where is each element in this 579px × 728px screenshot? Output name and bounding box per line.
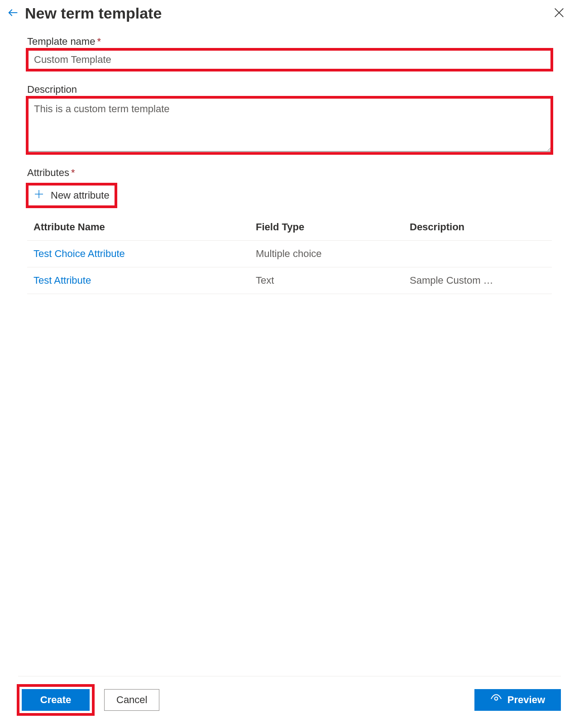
required-asterisk: * [97,36,101,47]
eye-icon [490,693,502,707]
attribute-name-link[interactable]: Test Attribute [33,275,256,286]
preview-button[interactable]: Preview [474,689,561,711]
attribute-description: Sample Custom … [410,275,546,286]
attributes-label: Attributes* [27,167,552,179]
create-button[interactable]: Create [22,689,90,711]
table-header: Attribute Name Field Type Description [27,214,552,241]
table-row: Test Attribute Text Sample Custom … [27,267,552,294]
template-name-input[interactable] [27,49,552,70]
new-attribute-button[interactable]: New attribute [27,184,116,207]
col-field-type: Field Type [256,221,410,233]
required-asterisk: * [71,167,75,178]
attribute-name-link[interactable]: Test Choice Attribute [33,248,256,260]
back-arrow-icon[interactable] [7,6,19,21]
plus-icon [33,189,44,202]
preview-label: Preview [507,694,545,706]
attribute-field-type: Multiple choice [256,248,410,260]
new-attribute-label: New attribute [51,190,110,201]
attribute-field-type: Text [256,275,410,286]
description-label: Description [27,84,552,95]
close-icon[interactable] [553,6,565,21]
svg-point-5 [494,697,498,700]
table-row: Test Choice Attribute Multiple choice [27,241,552,267]
col-attribute-name: Attribute Name [33,221,256,233]
attributes-table: Attribute Name Field Type Description Te… [27,214,552,294]
footer-bar: Create Cancel Preview [18,676,561,714]
template-name-label: Template name* [27,36,552,48]
page-title: New term template [25,5,162,22]
cancel-button[interactable]: Cancel [104,689,159,711]
description-textarea[interactable]: This is a custom term template [27,97,552,152]
col-description: Description [410,221,546,233]
